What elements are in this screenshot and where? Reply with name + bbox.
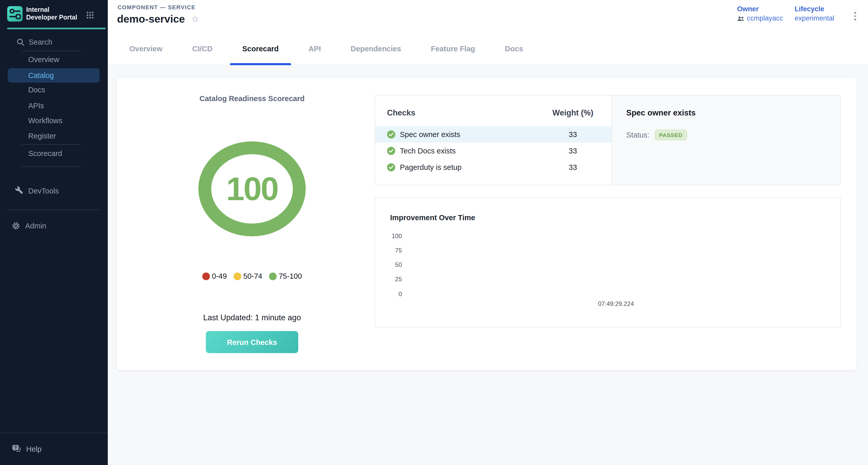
sidebar-accent-divider	[7, 28, 106, 29]
page-title: demo-service	[117, 13, 185, 25]
legend-dot-green	[269, 272, 277, 280]
rerun-checks-button[interactable]: Rerun Checks	[206, 331, 298, 353]
lifecycle-value: experimental	[795, 14, 834, 22]
search-icon	[17, 38, 25, 46]
sidebar-search[interactable]: Search	[17, 38, 52, 46]
checks-panel: Checks Weight (%) Spec owner exists 33	[375, 95, 841, 185]
sidebar-item-devtools[interactable]: DevTools	[14, 186, 59, 195]
sidebar-item-apis[interactable]: APIs	[28, 102, 44, 110]
legend-dot-red	[202, 272, 210, 280]
improvement-chart: Improvement Over Time 100 75 50 25 0 07:…	[375, 197, 841, 328]
weight-column-header: Weight (%)	[539, 108, 606, 118]
divider	[7, 209, 100, 210]
lifecycle-label: Lifecycle	[795, 5, 834, 13]
svg-text:?: ?	[14, 445, 17, 450]
check-weight: 33	[539, 163, 606, 172]
legend-item-high: 75-100	[269, 272, 302, 280]
check-row-pagerduty[interactable]: Pagerduty is setup 33	[375, 159, 611, 176]
check-weight: 33	[539, 147, 606, 155]
app-title: Internal Developer Portal	[26, 6, 80, 22]
scorecard-title: Catalog Readiness Scorecard	[160, 94, 344, 103]
admin-label: Admin	[25, 222, 46, 230]
checks-column-header: Checks	[387, 108, 415, 118]
chart-title: Improvement Over Time	[390, 214, 475, 222]
check-row-spec-owner[interactable]: Spec owner exists 33	[375, 126, 611, 143]
score-gauge: 100	[195, 140, 309, 238]
legend-item-mid: 50-74	[234, 272, 262, 280]
lifecycle-block: Lifecycle experimental	[795, 5, 834, 22]
entity-tabbar: Overview CI/CD Scorecard API Dependencie…	[108, 32, 868, 65]
tab-feature-flag[interactable]: Feature Flag	[418, 32, 487, 65]
favorite-star-icon[interactable]: ☆	[191, 14, 199, 24]
breadcrumb: COMPONENT — SERVICE	[118, 4, 195, 10]
y-axis-tick: 0	[379, 290, 402, 298]
legend-item-low: 0-49	[202, 272, 227, 280]
y-axis-tick: 25	[379, 276, 402, 283]
sidebar-item-admin[interactable]: Admin	[12, 222, 46, 230]
check-passed-icon	[387, 163, 395, 172]
scorecard-card: Catalog Readiness Scorecard 100 0-49 50-…	[116, 77, 857, 371]
sidebar-item-scorecard[interactable]: Scorecard	[28, 149, 62, 158]
portal-logo-icon	[7, 6, 23, 22]
check-detail-panel: Spec owner exists Status: PASSED	[611, 95, 840, 185]
y-axis-tick: 50	[379, 261, 402, 269]
x-axis-tick: 07:49:29.224	[580, 300, 652, 307]
divider	[22, 51, 81, 51]
y-axis-tick: 100	[379, 232, 402, 240]
divider	[0, 433, 108, 433]
status-badge: PASSED	[654, 129, 687, 141]
check-passed-icon	[387, 130, 395, 138]
devtools-label: DevTools	[28, 187, 59, 195]
tab-docs[interactable]: Docs	[493, 32, 535, 65]
tab-overview[interactable]: Overview	[117, 32, 175, 65]
apps-grid-icon[interactable]	[86, 11, 94, 19]
kebab-menu-icon[interactable]	[853, 11, 857, 21]
sidebar-item-help[interactable]: ? Help	[12, 444, 41, 453]
legend-dot-yellow	[234, 272, 241, 280]
people-icon	[737, 15, 744, 21]
app-logo[interactable]: Internal Developer Portal	[7, 6, 80, 22]
help-label: Help	[26, 445, 41, 453]
tab-api[interactable]: API	[296, 32, 333, 65]
status-label: Status:	[626, 131, 649, 139]
last-updated-text: Last Updated: 1 minute ago	[149, 313, 355, 322]
sidebar-item-workflows[interactable]: Workflows	[28, 117, 62, 125]
score-legend: 0-49 50-74 75-100	[149, 272, 355, 280]
y-axis-tick: 75	[379, 247, 402, 254]
divider	[22, 166, 81, 167]
wrench-icon	[14, 186, 23, 195]
search-label: Search	[29, 38, 52, 46]
check-weight: 33	[539, 130, 606, 138]
scorecard-content: Catalog Readiness Scorecard 100 0-49 50-…	[108, 65, 868, 465]
sidebar-item-overview[interactable]: Overview	[28, 56, 59, 64]
sidebar: Internal Developer Portal Search Overvie…	[0, 0, 108, 465]
sidebar-item-docs[interactable]: Docs	[28, 86, 45, 94]
owner-value-link[interactable]: ccmplayacc	[747, 14, 783, 22]
sidebar-item-catalog-label[interactable]: Catalog	[28, 71, 54, 80]
gear-icon	[12, 222, 20, 230]
owner-block: Owner ccmplayacc	[737, 5, 783, 22]
divider	[22, 144, 81, 145]
check-row-tech-docs[interactable]: Tech Docs exists 33	[375, 143, 611, 159]
app-window: Internal Developer Portal Search Overvie…	[0, 0, 868, 465]
tab-dependencies[interactable]: Dependencies	[338, 32, 413, 65]
tab-cicd[interactable]: CI/CD	[180, 32, 225, 65]
sidebar-item-register[interactable]: Register	[28, 132, 56, 140]
check-passed-icon	[387, 147, 395, 155]
help-chat-icon: ?	[12, 444, 22, 453]
check-detail-title: Spec owner exists	[626, 108, 696, 118]
tab-scorecard[interactable]: Scorecard	[230, 32, 291, 65]
owner-label: Owner	[737, 5, 783, 13]
score-value: 100	[195, 140, 309, 238]
entity-header: COMPONENT — SERVICE demo-service ☆ Owner…	[108, 0, 868, 32]
